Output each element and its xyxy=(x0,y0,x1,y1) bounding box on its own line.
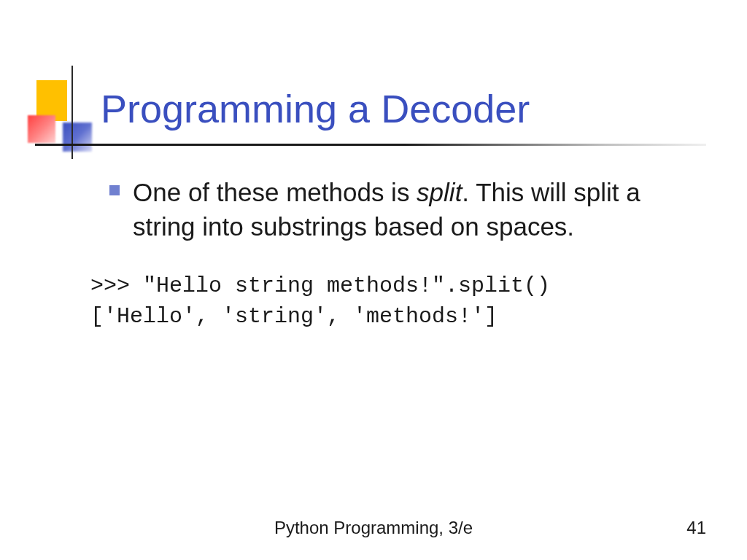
slide-title: Programming a Decoder xyxy=(101,86,530,131)
page-number: 41 xyxy=(686,518,706,538)
code-line-2: ['Hello', 'string', 'methods!'] xyxy=(90,301,693,332)
blue-square xyxy=(63,122,92,152)
red-square xyxy=(28,115,55,143)
bullet-item: One of these methods is split. This will… xyxy=(109,175,693,244)
slide-content: One of these methods is split. This will… xyxy=(109,175,693,332)
text-pre: One of these methods is xyxy=(133,178,417,206)
horizontal-rule xyxy=(35,144,706,146)
code-line-1: >>> "Hello string methods!".split() xyxy=(90,271,693,301)
bullet-marker xyxy=(109,185,120,195)
text-italic: split xyxy=(417,178,462,206)
footer-text: Python Programming, 3/e xyxy=(0,518,747,538)
slide-decoration xyxy=(28,80,86,153)
code-example: >>> "Hello string methods!".split() ['He… xyxy=(90,271,693,332)
bullet-text: One of these methods is split. This will… xyxy=(133,175,693,244)
